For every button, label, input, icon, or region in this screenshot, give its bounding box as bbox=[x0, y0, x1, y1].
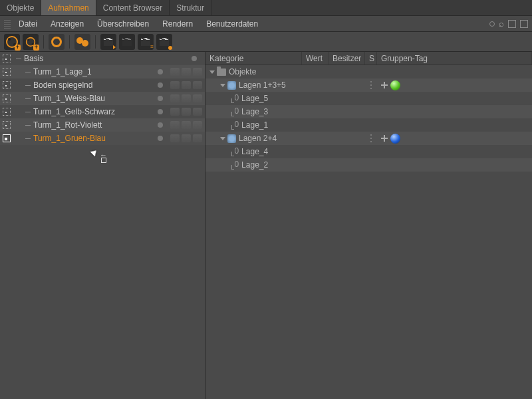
status-dot-icon[interactable] bbox=[158, 109, 163, 114]
col-gruppen-tag[interactable]: Gruppen-Tag bbox=[377, 52, 532, 65]
col-wert[interactable]: Wert bbox=[302, 52, 329, 65]
tab-struktur[interactable]: Struktur bbox=[170, 0, 211, 15]
menu-anzeigen[interactable]: Anzeigen bbox=[45, 18, 89, 30]
render-current-button[interactable] bbox=[100, 34, 116, 50]
category-group-row[interactable]: Lagen 2+4 bbox=[205, 132, 532, 145]
take-row-root[interactable]: Basis bbox=[0, 52, 205, 65]
null-icon: L0 bbox=[231, 106, 239, 118]
expand-icon[interactable] bbox=[220, 137, 225, 140]
category-label: Lagen 2+4 bbox=[239, 134, 277, 143]
override-icon[interactable] bbox=[170, 134, 180, 142]
menu-datei[interactable]: Datei bbox=[13, 18, 43, 30]
new-take-button[interactable]: + bbox=[4, 34, 20, 50]
category-root-row[interactable]: Objekte bbox=[205, 65, 532, 78]
add-tag-button[interactable] bbox=[381, 135, 388, 142]
tab-objekte[interactable]: Objekte bbox=[0, 0, 41, 15]
take-label: Boden spiegelnd bbox=[33, 80, 158, 90]
expand-icon[interactable] bbox=[209, 70, 215, 74]
mark-icon[interactable] bbox=[3, 68, 11, 76]
take-row[interactable]: Boden spiegelnd bbox=[0, 78, 205, 92]
category-label: Lage_2 bbox=[241, 160, 268, 170]
mark-icon[interactable] bbox=[3, 94, 11, 102]
drag-handle-icon[interactable] bbox=[368, 81, 374, 89]
mark-icon[interactable] bbox=[3, 134, 11, 142]
override-icon[interactable] bbox=[170, 108, 180, 116]
col-kategorie[interactable]: Kategorie bbox=[205, 52, 302, 65]
status-dot-icon[interactable] bbox=[158, 122, 163, 128]
expand-icon[interactable] bbox=[220, 84, 225, 87]
menu-benutzerdaten[interactable]: Benutzerdaten bbox=[201, 18, 263, 30]
categories-panel: Kategorie Wert Besitzer S Gruppen-Tag Ob… bbox=[205, 52, 532, 399]
mark-icon[interactable] bbox=[3, 108, 11, 116]
panel-tabs: Objekte Aufnahmen Content Browser Strukt… bbox=[0, 0, 532, 16]
override-icon[interactable] bbox=[170, 121, 180, 129]
override-icon[interactable] bbox=[182, 68, 191, 76]
add-tag-button[interactable] bbox=[381, 82, 388, 88]
null-icon: L0 bbox=[231, 120, 239, 131]
category-leaf-row[interactable]: L0Lage_3 bbox=[205, 105, 532, 118]
override-icon[interactable] bbox=[182, 81, 191, 89]
status-dot-icon[interactable] bbox=[158, 69, 163, 74]
category-leaf-row[interactable]: L0Lage_4 bbox=[205, 145, 532, 158]
column-headers: Kategorie Wert Besitzer S Gruppen-Tag bbox=[205, 52, 532, 65]
window-icon-2[interactable] bbox=[520, 20, 528, 28]
override-icon[interactable] bbox=[182, 94, 191, 102]
category-label: Lage_5 bbox=[241, 94, 268, 103]
override-groups-button[interactable] bbox=[74, 34, 90, 50]
take-row[interactable]: Turm_1_Lage_1 bbox=[0, 65, 205, 78]
material-tag-icon[interactable] bbox=[390, 80, 400, 90]
override-icon[interactable] bbox=[193, 94, 202, 102]
override-icon[interactable] bbox=[193, 134, 202, 142]
render-marked-button[interactable] bbox=[119, 34, 135, 50]
override-icon[interactable] bbox=[182, 134, 191, 142]
category-leaf-row[interactable]: L0Lage_2 bbox=[205, 158, 532, 172]
window-icon-1[interactable] bbox=[508, 20, 516, 28]
auto-take-button[interactable] bbox=[49, 34, 65, 50]
target-icon[interactable] bbox=[489, 21, 495, 27]
mark-icon[interactable] bbox=[3, 55, 11, 63]
drag-handle-icon[interactable] bbox=[368, 134, 374, 142]
render-queue-2-button[interactable] bbox=[156, 34, 172, 50]
override-icon[interactable] bbox=[182, 108, 191, 116]
mark-icon[interactable] bbox=[3, 81, 11, 89]
override-icon[interactable] bbox=[182, 121, 191, 129]
null-icon: L0 bbox=[231, 93, 239, 104]
category-label: Lage_3 bbox=[241, 107, 268, 116]
mark-icon[interactable] bbox=[3, 121, 11, 129]
null-icon: L0 bbox=[231, 146, 239, 158]
category-group-row[interactable]: Lagen 1+3+5 bbox=[205, 78, 532, 92]
category-leaf-row[interactable]: L0Lage_1 bbox=[205, 118, 532, 132]
override-icon[interactable] bbox=[193, 108, 202, 116]
new-child-take-button[interactable]: + bbox=[23, 34, 39, 50]
folder-icon bbox=[217, 68, 226, 76]
material-tag-icon[interactable] bbox=[390, 134, 400, 144]
status-dot-icon[interactable] bbox=[158, 82, 163, 88]
col-s[interactable]: S bbox=[365, 52, 377, 65]
take-row[interactable]: Turm_1_Gelb-Schwarz bbox=[0, 105, 205, 118]
category-label: Objekte bbox=[229, 67, 256, 76]
search-icon[interactable]: ⌕ bbox=[499, 19, 504, 29]
override-icon[interactable] bbox=[193, 68, 202, 76]
status-dot-icon[interactable] bbox=[192, 56, 197, 61]
take-label: Basis bbox=[24, 54, 192, 63]
override-icon[interactable] bbox=[170, 81, 180, 89]
render-queue-1-button[interactable]: ≡ bbox=[138, 34, 154, 50]
tab-content-browser[interactable]: Content Browser bbox=[96, 0, 170, 15]
col-besitzer[interactable]: Besitzer bbox=[329, 52, 365, 65]
status-dot-icon[interactable] bbox=[158, 96, 163, 101]
take-label: Turm_1_Lage_1 bbox=[33, 67, 158, 76]
override-icon[interactable] bbox=[193, 81, 202, 89]
menu-rendern[interactable]: Rendern bbox=[157, 18, 198, 30]
status-dot-icon[interactable] bbox=[158, 136, 163, 141]
override-icon[interactable] bbox=[170, 94, 180, 102]
category-leaf-row[interactable]: L0Lage_5 bbox=[205, 92, 532, 105]
override-icon[interactable] bbox=[170, 68, 180, 76]
null-icon: L0 bbox=[231, 160, 239, 171]
take-row[interactable]: Turm_1_Weiss-Blau bbox=[0, 92, 205, 105]
override-icon[interactable] bbox=[193, 121, 202, 129]
tab-aufnahmen[interactable]: Aufnahmen bbox=[41, 0, 96, 15]
menu-ueberschreiben[interactable]: Überschreiben bbox=[92, 18, 154, 30]
take-label: Turm_1_Gelb-Schwarz bbox=[33, 107, 158, 116]
take-row[interactable]: Turm_1_Rot-Violett bbox=[0, 118, 205, 132]
take-row[interactable]: Turm_1_Gruen-Blau bbox=[0, 132, 205, 145]
